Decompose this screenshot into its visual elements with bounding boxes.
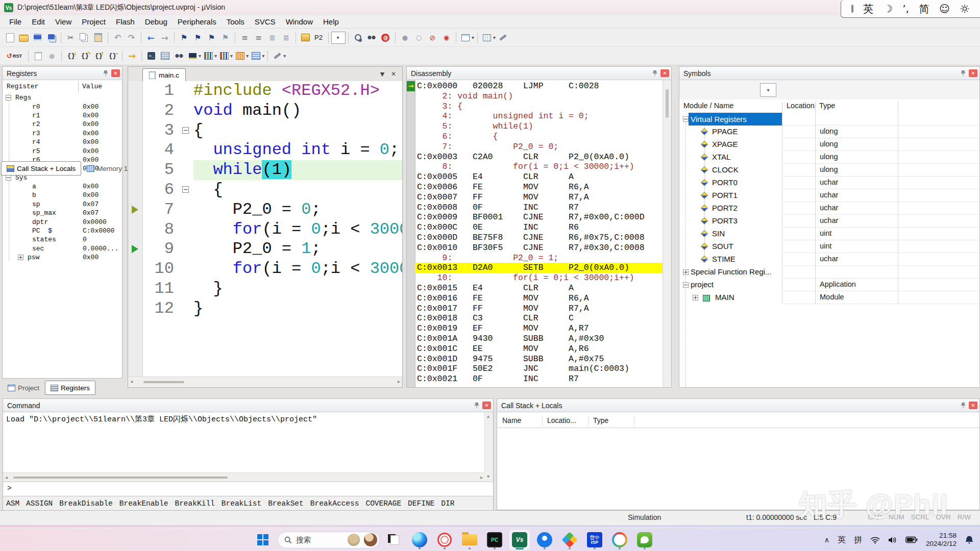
disassembly-line[interactable]: C:0x0018 C3 CLR C <box>407 313 664 323</box>
record-button[interactable]: ● <box>398 31 412 44</box>
disassembly-line[interactable]: C:0x000D BE75F8 CJNE R6,#0x75,C:0008 <box>407 233 664 243</box>
disassembly-line[interactable]: C:0x001A 9430 SUBB A,#0x30 <box>407 334 664 344</box>
pin-icon[interactable] <box>472 402 481 410</box>
clock[interactable]: 21:58 2024/2/12 <box>926 532 957 548</box>
symbol-row[interactable]: XTALulong <box>679 151 979 164</box>
code-line[interactable]: 6 { <box>128 180 402 200</box>
code-line[interactable]: 4 unsigned int i = 0; <box>128 140 402 160</box>
command-button-breakaccess[interactable]: BreakAccess <box>310 499 359 508</box>
ime-pinyin-indicator[interactable]: 拼 <box>854 535 862 545</box>
menu-debug[interactable]: Debug <box>140 15 173 28</box>
close-icon[interactable]: ✕ <box>969 402 977 409</box>
menu-project[interactable]: Project <box>77 15 111 28</box>
menu-window[interactable]: Window <box>281 15 318 28</box>
code-line[interactable]: 7 P2_0 = 0; <box>128 200 402 220</box>
taskbar-app-edge[interactable] <box>409 530 430 550</box>
column-separator[interactable] <box>815 102 816 112</box>
taskbar-app-red-ring-app[interactable] <box>434 530 455 550</box>
new-file-button[interactable] <box>3 31 17 44</box>
disassembly-line[interactable]: C:0x0000 020028 LJMP C:0028 <box>407 81 664 91</box>
symbol-row[interactable]: Virtual Registers <box>679 113 979 126</box>
ime-lang-button[interactable]: 简 <box>919 2 929 16</box>
code-editor[interactable]: 1#include <REGX52.H>2void main()3{4 unsi… <box>128 81 402 377</box>
record-off-button[interactable]: ⊘ <box>426 31 439 44</box>
command-button-breakkill[interactable]: BreakKill <box>175 499 214 508</box>
symbol-row[interactable]: XPAGEulong <box>679 138 979 151</box>
step-out-button[interactable]: {} <box>92 49 106 63</box>
toolbox-button[interactable] <box>271 49 284 63</box>
bookmark-toggle-button[interactable]: ⚑ <box>177 31 191 44</box>
battery-icon[interactable] <box>905 536 918 543</box>
expand-toggle-icon[interactable] <box>6 95 11 101</box>
symbol-row[interactable]: PORT0uchar <box>679 177 979 189</box>
command-button-breakenable[interactable]: BreakEnable <box>119 499 168 508</box>
expand-toggle-icon[interactable] <box>18 255 23 260</box>
editor-breakpoint-margin[interactable] <box>128 81 143 377</box>
register-row[interactable]: r30x00 <box>3 129 122 138</box>
disassembly-line[interactable]: C:0x0008 0F INC R7 <box>407 203 664 213</box>
disassembly-line[interactable]: 10: for(i = 0;i < 30000;i++) <box>407 273 664 283</box>
close-icon[interactable]: ✕ <box>111 69 120 77</box>
start-button[interactable] <box>253 530 273 550</box>
taskbar-app-task-view[interactable] <box>384 530 405 550</box>
record-outline-button[interactable]: ○ <box>412 31 426 44</box>
command-button-asm[interactable]: ASM <box>6 499 19 508</box>
ime-punct-button[interactable]: ’, <box>902 3 909 15</box>
menu-file[interactable]: File <box>4 15 27 28</box>
register-row[interactable]: a0x00 <box>3 182 122 191</box>
disassembly-line[interactable]: 5: while(1) <box>407 121 664 132</box>
disassembly-line[interactable]: C:0x0019 EF MOV A,R7 <box>407 323 664 334</box>
menu-view[interactable]: View <box>50 15 77 28</box>
register-row[interactable]: PC $C:0x0000 <box>3 227 122 235</box>
code-line[interactable]: 12} <box>128 299 402 319</box>
column-separator[interactable] <box>542 416 543 425</box>
ime-toolbar[interactable]: 英 ☽ ’, 简 ☺ <box>841 0 980 18</box>
command-log[interactable]: Load "D:\\project\\51learn\\第3章 LED闪烁\\O… <box>3 412 485 472</box>
save-button[interactable] <box>31 31 44 44</box>
trace-windows-button[interactable] <box>217 49 231 63</box>
scrollbar-thumb[interactable] <box>143 381 184 383</box>
code-line[interactable]: 2void main() <box>128 101 402 121</box>
menu-svcs[interactable]: SVCS <box>250 15 281 28</box>
disassembly-line[interactable]: C:0x0006 FE MOV R6,A <box>407 182 664 192</box>
taskbar-app-puzhong-isp[interactable]: 普中ISP <box>584 530 605 550</box>
scroll-right-icon[interactable]: ▸ <box>398 379 400 384</box>
symbol-row[interactable]: PORT1uchar <box>679 189 979 202</box>
command-button-breaklist[interactable]: BreakList <box>222 499 261 508</box>
find-in-files-button[interactable] <box>351 31 365 44</box>
find-symbol-button[interactable]: @ <box>379 31 393 44</box>
scroll-left-icon[interactable]: ◂ <box>5 474 8 480</box>
undo-button[interactable]: ↶ <box>111 31 125 44</box>
lookup-button[interactable] <box>365 31 379 44</box>
scroll-up-icon[interactable]: ▴ <box>487 413 489 419</box>
grid-view-dropdown[interactable]: ▾ <box>480 31 496 44</box>
scroll-down-icon[interactable]: ▾ <box>487 473 489 479</box>
redo-button[interactable]: ↷ <box>125 31 138 44</box>
save-all-button[interactable] <box>44 31 58 44</box>
window-layout-button[interactable] <box>459 31 473 44</box>
memory-windows-button[interactable] <box>233 49 247 63</box>
tab-memory-1[interactable]: Memory 1 <box>81 161 133 176</box>
symbol-row[interactable]: PPAGEulong <box>679 126 979 138</box>
command-button-breakdisable[interactable]: BreakDisable <box>59 499 112 508</box>
taskbar-app-keil-uvision[interactable]: Vs <box>509 530 530 550</box>
register-row[interactable]: sec0.0000... <box>3 244 122 253</box>
command-button-define[interactable]: DEFINE <box>408 499 434 508</box>
disassembly-line[interactable]: C:0x0013 D2A0 SETB P2_0(0xA0.0) <box>407 263 664 273</box>
tray-overflow-chevron-icon[interactable]: ∧ <box>824 536 829 544</box>
column-separator[interactable] <box>898 102 898 112</box>
close-icon[interactable]: ✕ <box>482 402 491 409</box>
taskbar-app-chat-app[interactable] <box>609 530 630 550</box>
disassembly-line[interactable]: C:0x001D 9475 SUBB A,#0x75 <box>407 354 664 364</box>
code-line[interactable]: 11 } <box>128 279 402 299</box>
register-row[interactable]: psw0x00 <box>3 253 122 262</box>
search-input[interactable]: 搜索 <box>278 532 380 548</box>
expand-toggle-icon[interactable] <box>683 269 689 275</box>
menu-help[interactable]: Help <box>318 15 344 28</box>
window-layout-dropdown[interactable]: ▾ <box>459 31 474 44</box>
scroll-right-icon[interactable]: ▸ <box>480 474 483 480</box>
symbol-row[interactable]: PORT3uchar <box>679 215 979 228</box>
symbol-row[interactable]: SINuint <box>679 228 979 240</box>
register-row[interactable]: r00x00 <box>3 102 122 111</box>
command-window-button[interactable]: >_ <box>144 49 158 63</box>
